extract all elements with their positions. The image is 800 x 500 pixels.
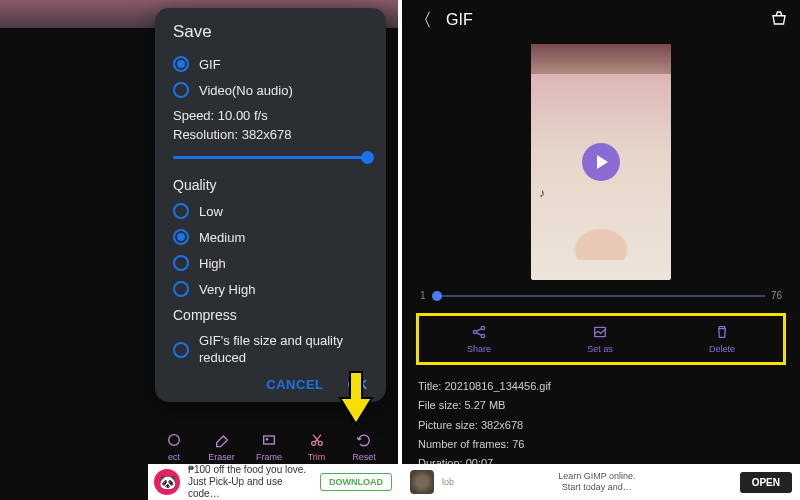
quality-veryhigh-label: Very High (199, 282, 255, 297)
radio-checked-icon (173, 56, 189, 72)
quality-low-label: Low (199, 204, 223, 219)
compress-section-label: Compress (173, 307, 368, 323)
basket-icon[interactable] (770, 9, 788, 31)
tool-frame[interactable]: Frame (247, 432, 291, 462)
meta-title: Title: 20210816_134456.gif (418, 377, 784, 396)
timeline[interactable]: 1 76 (402, 280, 800, 307)
quality-high-label: High (199, 256, 226, 271)
speed-label: Speed: 10.00 f/s (173, 108, 368, 123)
tool-trim[interactable]: Trim (295, 432, 339, 462)
meta-filesize: File size: 5.27 MB (418, 396, 784, 415)
ad-open-button[interactable]: OPEN (740, 472, 792, 493)
ad-banner-left[interactable]: 🐼 ₱100 off the food you love. Just Pick-… (148, 464, 398, 500)
play-icon (597, 155, 608, 169)
format-video-label: Video(No audio) (199, 83, 293, 98)
radio-icon (173, 342, 189, 358)
compress-option[interactable]: GIF's file size and quality reduced (173, 333, 368, 367)
cancel-button[interactable]: CANCEL (266, 377, 323, 392)
play-button[interactable] (582, 143, 620, 181)
left-screen: Save GIF Video(No audio) Speed: 10.00 f/… (0, 0, 398, 500)
ad-text: ₱100 off the food you love. Just Pick-Up… (188, 464, 312, 500)
ad-banner-right[interactable]: lob Learn GIMP online.Start today and… O… (402, 464, 800, 500)
quality-high-option[interactable]: High (173, 255, 368, 271)
compress-option-label: GIF's file size and quality reduced (199, 333, 368, 367)
format-gif-option[interactable]: GIF (173, 56, 368, 72)
save-dialog: Save GIF Video(No audio) Speed: 10.00 f/… (155, 8, 386, 402)
ad-app-icon: 🐼 (154, 469, 180, 495)
tool-eraser[interactable]: Eraser (200, 432, 244, 462)
ad-text: Learn GIMP online.Start today and… (462, 471, 732, 494)
resolution-slider[interactable] (173, 156, 368, 159)
tiktok-watermark-icon: ♪ (539, 186, 555, 202)
meta-picsize: Picture size: 382x678 (418, 416, 784, 435)
dialog-title: Save (173, 22, 368, 42)
gif-preview[interactable]: ♪ (531, 44, 671, 280)
timeline-track[interactable] (432, 295, 765, 297)
ad-brand: lob (442, 477, 454, 487)
slider-thumb-icon[interactable] (361, 151, 374, 164)
meta-frames: Number of frames: 76 (418, 435, 784, 454)
page-title: GIF (446, 11, 770, 29)
setas-button[interactable]: Set as (587, 324, 613, 354)
preview-content (561, 200, 641, 260)
ad-download-button[interactable]: DOWNLOAD (320, 473, 392, 491)
share-button[interactable]: Share (467, 324, 491, 354)
radio-checked-icon (173, 229, 189, 245)
svg-point-2 (266, 439, 267, 440)
quality-section-label: Quality (173, 177, 368, 193)
quality-medium-option[interactable]: Medium (173, 229, 368, 245)
format-gif-label: GIF (199, 57, 221, 72)
quality-low-option[interactable]: Low (173, 203, 368, 219)
header: 〈 GIF (402, 0, 800, 40)
bottom-toolbar: ect Eraser Frame Trim Reset (150, 432, 388, 462)
right-screen: 〈 GIF ♪ 1 76 Share Set as (402, 0, 800, 500)
quality-medium-label: Medium (199, 230, 245, 245)
timeline-thumb-icon[interactable] (432, 291, 442, 301)
radio-icon (173, 82, 189, 98)
svg-rect-1 (264, 436, 275, 444)
radio-icon (173, 281, 189, 297)
delete-button[interactable]: Delete (709, 324, 735, 354)
format-video-option[interactable]: Video(No audio) (173, 82, 368, 98)
highlight-arrow-icon (338, 370, 374, 428)
action-row-highlight: Share Set as Delete (416, 313, 786, 365)
back-icon[interactable]: 〈 (414, 8, 432, 32)
svg-point-0 (169, 435, 180, 446)
tool-effect[interactable]: ect (152, 432, 196, 462)
resolution-label: Resolution: 382x678 (173, 127, 368, 142)
timeline-start: 1 (420, 290, 426, 301)
timeline-end: 76 (771, 290, 782, 301)
tool-reset[interactable]: Reset (342, 432, 386, 462)
quality-veryhigh-option[interactable]: Very High (173, 281, 368, 297)
radio-icon (173, 203, 189, 219)
radio-icon (173, 255, 189, 271)
ad-logo-icon (410, 470, 434, 494)
